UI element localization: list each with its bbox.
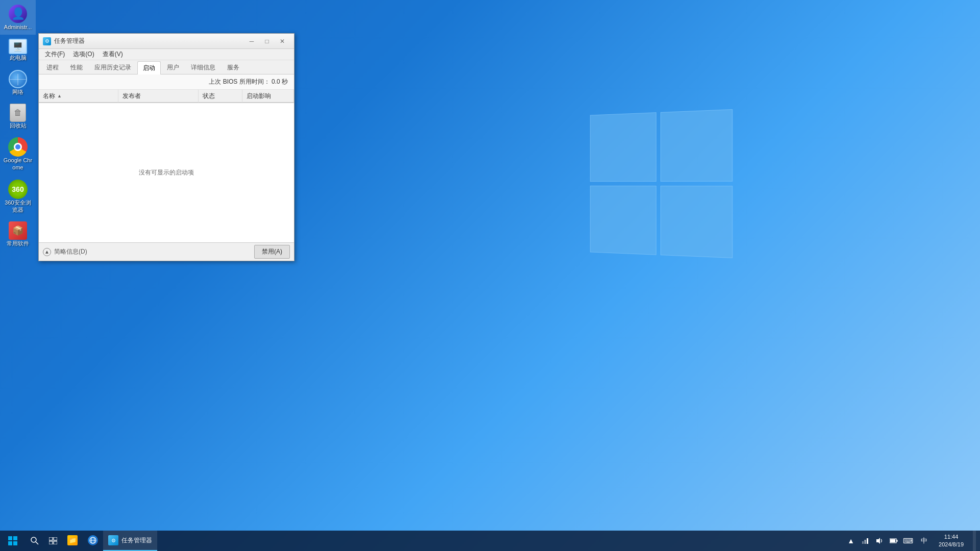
bios-value: 0.0 秒: [272, 78, 288, 85]
win-tile-4: [660, 186, 732, 258]
desktop-icon-google-chrome[interactable]: Google Chrome: [0, 133, 36, 176]
taskmanager-title: 任务管理器: [54, 37, 241, 45]
svg-point-4: [31, 537, 36, 542]
col-impact-label: 启动影响: [247, 92, 271, 101]
col-header-name[interactable]: 名称 ▲: [39, 90, 118, 103]
svg-rect-6: [49, 537, 53, 540]
svg-rect-9: [54, 541, 57, 544]
window-titlebar: ⚙ 任务管理器 ─ □ ✕: [39, 34, 294, 49]
svg-rect-14: [865, 540, 866, 544]
tab-app-history[interactable]: 应用历史记录: [89, 61, 137, 74]
tab-startup[interactable]: 启动: [137, 61, 161, 74]
explorer-icon: 📁: [67, 535, 78, 545]
360-icon: 360: [8, 180, 28, 199]
ie-icon: [88, 535, 98, 545]
tray-show-hidden[interactable]: ▲: [845, 531, 857, 551]
minimize-button[interactable]: ─: [244, 36, 259, 46]
desktop-icons: 👤 Administr... 🖥️ 此电脑 网络 🗑 回收站: [0, 0, 36, 252]
tab-services[interactable]: 服务: [222, 61, 245, 74]
bios-label: 上次 BIOS 所用时间：: [209, 78, 270, 85]
win-tile-1: [590, 112, 656, 182]
taskbar-item-task-manager[interactable]: ⚙ 任务管理器: [103, 531, 157, 551]
svg-line-5: [36, 542, 38, 544]
col-header-status[interactable]: 状态: [199, 90, 243, 103]
col-status-label: 状态: [203, 92, 215, 101]
col-header-publisher[interactable]: 发布者: [118, 90, 198, 103]
taskmanager-title-icon: ⚙: [43, 37, 51, 45]
tray-battery-icon[interactable]: [888, 531, 900, 551]
start-button[interactable]: [0, 531, 26, 551]
computer-icon: 🖥️: [9, 39, 27, 54]
svg-rect-1: [13, 536, 17, 540]
software-icon: 📦: [9, 221, 27, 240]
desktop-icon-network[interactable]: 网络: [0, 66, 36, 99]
tabbar: 进程 性能 应用历史记录 启动 用户 详细信息 服务: [39, 60, 294, 74]
menu-view[interactable]: 查看(V): [99, 49, 127, 60]
tray-network-icon[interactable]: [859, 531, 871, 551]
col-publisher-label: 发布者: [122, 92, 141, 101]
clock-date: 2024/8/19: [939, 541, 964, 548]
desktop-icon-360-browser[interactable]: 360 360安全浏览器: [0, 176, 36, 218]
desktop-icon-recycle-bin[interactable]: 🗑 回收站: [0, 99, 36, 133]
tray-input-method[interactable]: 中: [916, 531, 932, 551]
icon-label-my-computer: 此电脑: [10, 54, 27, 61]
clock-time: 11:44: [944, 533, 959, 541]
win-tile-3: [590, 186, 656, 255]
svg-marker-16: [876, 538, 880, 544]
desktop-icon-common-software[interactable]: 📦 常用软件: [0, 217, 36, 251]
tab-users[interactable]: 用户: [161, 61, 185, 74]
desktop: 👤 Administr... 🖥️ 此电脑 网络 🗑 回收站: [0, 0, 980, 551]
menu-file[interactable]: 文件(F): [41, 49, 69, 60]
sort-arrow-icon: ▲: [57, 93, 62, 98]
taskbar-search-button[interactable]: [26, 531, 44, 551]
svg-rect-13: [862, 541, 864, 544]
empty-message: 没有可显示的启动项: [139, 168, 194, 177]
recycle-bin-icon: 🗑: [10, 104, 26, 122]
task-view-button[interactable]: [44, 531, 62, 551]
svg-rect-7: [54, 537, 57, 540]
menu-options[interactable]: 选项(O): [69, 49, 98, 60]
taskbar-item-label-task-manager: 任务管理器: [121, 536, 152, 545]
tray-show-desktop[interactable]: [973, 531, 976, 551]
volume-icon: [876, 537, 883, 544]
svg-rect-3: [13, 541, 17, 545]
col-header-impact[interactable]: 启动影响: [242, 90, 294, 103]
search-icon: [31, 537, 39, 545]
taskbar-tray: ▲ ⌨: [841, 531, 980, 551]
window-footer: ▲ 简略信息(D) 禁用(A): [39, 242, 294, 261]
maximize-button[interactable]: □: [259, 36, 275, 46]
tab-performance[interactable]: 性能: [65, 61, 88, 74]
bios-header: 上次 BIOS 所用时间： 0.0 秒: [39, 74, 294, 90]
taskbar-clock[interactable]: 11:44 2024/8/19: [934, 531, 969, 551]
start-icon: [8, 536, 17, 545]
table-header: 名称 ▲ 发布者 状态 启动影响: [39, 90, 294, 103]
footer-toggle-label: 简略信息(D): [54, 247, 87, 256]
icon-label-recycle-bin: 回收站: [10, 122, 27, 129]
icon-label-administrator: Administr...: [4, 23, 32, 31]
tab-details[interactable]: 详细信息: [185, 61, 221, 74]
windows-logo: [587, 112, 730, 255]
close-button[interactable]: ✕: [275, 36, 290, 46]
menubar: 文件(F) 选项(O) 查看(V): [39, 49, 294, 60]
taskbar-item-ie-browser[interactable]: [83, 531, 103, 551]
svg-rect-19: [890, 539, 895, 542]
taskbar-item-file-explorer[interactable]: 📁: [62, 531, 83, 551]
disable-button[interactable]: 禁用(A): [254, 245, 290, 259]
icon-label-360-browser: 360安全浏览器: [2, 199, 34, 214]
tray-keyboard-icon[interactable]: ⌨: [902, 531, 914, 551]
icon-label-google-chrome: Google Chrome: [2, 157, 34, 171]
svg-rect-2: [8, 541, 12, 545]
chrome-inner-circle: [14, 143, 22, 151]
window-content: 上次 BIOS 所用时间： 0.0 秒 名称 ▲ 发布者 状态 启动影响: [39, 74, 294, 242]
tab-process[interactable]: 进程: [41, 61, 64, 74]
taskbar-items: 📁 ⚙ 任务管理器: [62, 531, 841, 551]
taskbar: 📁 ⚙ 任务管理器 ▲: [0, 531, 980, 551]
svg-rect-18: [897, 540, 898, 542]
win-tile-2: [660, 109, 732, 182]
footer-toggle[interactable]: ▲ 简略信息(D): [43, 247, 254, 256]
tray-volume-icon[interactable]: [873, 531, 886, 551]
desktop-icon-my-computer[interactable]: 🖥️ 此电脑: [0, 35, 36, 65]
icon-label-common-software: 常用软件: [7, 240, 29, 247]
desktop-icon-administrator[interactable]: 👤 Administr...: [0, 0, 36, 35]
tm-icon: ⚙: [108, 535, 118, 545]
